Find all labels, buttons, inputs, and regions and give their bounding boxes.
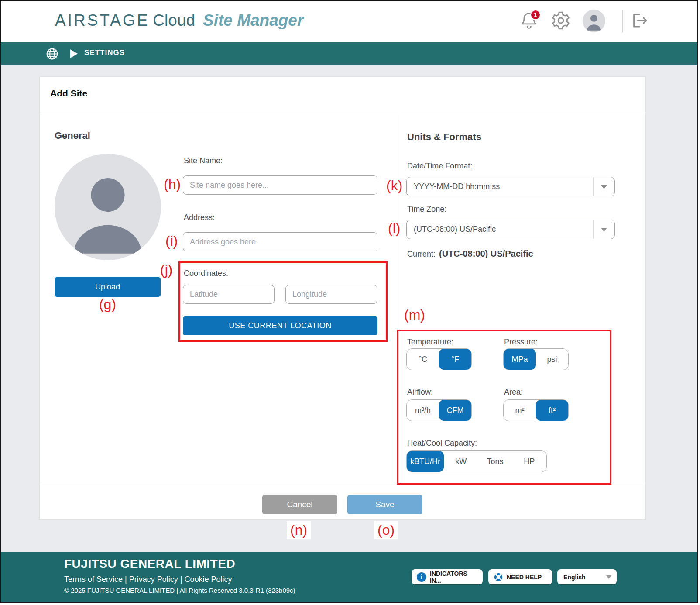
info-icon: i	[417, 572, 426, 582]
add-site-card: Add Site General Upload (g) Site Name: (…	[39, 76, 646, 520]
breadcrumb-bar: SETTINGS	[1, 42, 697, 65]
longitude-input[interactable]	[285, 285, 377, 304]
footer-copyright: © 2025 FUJITSU GENERAL LIMITED | All Rig…	[64, 587, 295, 594]
datetime-format-value: YYYY-MM-DD hh:mm:ss	[407, 177, 593, 196]
save-button[interactable]: Save	[347, 495, 422, 514]
header-divider	[622, 10, 623, 32]
user-avatar[interactable]	[583, 10, 605, 32]
toggle-option[interactable]: °F	[439, 349, 471, 370]
chevron-down-icon	[593, 177, 614, 196]
pressure-label: Pressure:	[504, 337, 538, 347]
annotation-i: (i)	[165, 233, 178, 249]
actions-divider	[40, 485, 645, 485]
logo-airstage: AIRSTAGE	[55, 11, 149, 29]
chevron-down-icon	[601, 572, 617, 581]
site-image-placeholder	[55, 154, 161, 260]
logout-button[interactable]	[628, 10, 650, 32]
globe-icon[interactable]	[45, 47, 59, 61]
settings-button[interactable]	[550, 10, 572, 32]
toggle-option[interactable]: HP	[512, 451, 546, 472]
annotation-j: (j)	[160, 262, 172, 278]
title-divider	[40, 112, 645, 112]
toggle-option[interactable]: m²	[504, 400, 536, 421]
breadcrumb-arrow-icon	[70, 49, 78, 58]
person-icon	[583, 26, 605, 32]
general-heading: General	[55, 130, 90, 141]
address-label: Address:	[184, 213, 215, 222]
chevron-down-icon	[593, 220, 614, 239]
toggle-option[interactable]: m³/h	[407, 400, 439, 421]
current-timezone-label: Current:	[407, 250, 436, 258]
coordinates-label: Coordinates:	[184, 269, 228, 278]
person-icon	[55, 254, 161, 260]
use-current-location-button[interactable]: USE CURRENT LOCATION	[183, 316, 377, 335]
page-title: Add Site	[50, 88, 87, 99]
timezone-value: (UTC-08:00) US/Pacific	[407, 220, 593, 239]
footer-link-separator: |	[123, 575, 129, 584]
need-help-label: NEED HELP	[507, 574, 542, 581]
toggle-option[interactable]: ft²	[536, 400, 568, 421]
pressure-toggle: MPapsi	[503, 348, 569, 370]
area-toggle: m²ft²	[503, 399, 569, 421]
annotation-g: (g)	[55, 296, 161, 313]
airflow-label: Airflow:	[407, 388, 433, 397]
units-formats-heading: Units & Formats	[407, 131, 481, 143]
app-window: AIRSTAGECloudSite Manager 1	[0, 0, 698, 603]
breadcrumb-settings[interactable]: SETTINGS	[84, 48, 125, 57]
logo-cloud: Cloud	[153, 11, 195, 29]
logo-site-manager: Site Manager	[203, 11, 303, 29]
footer-company: FUJITSU GENERAL LIMITED	[64, 557, 235, 571]
toggle-option[interactable]: °C	[407, 349, 439, 370]
indicators-info-button[interactable]: i INDICATORS IN...	[412, 569, 483, 584]
timezone-label: Time Zone:	[407, 205, 446, 214]
site-name-input[interactable]	[183, 175, 377, 195]
language-dropdown[interactable]: English	[557, 569, 617, 584]
indicators-label: INDICATORS IN...	[430, 570, 477, 584]
airflow-toggle: m³/hCFM	[406, 399, 472, 421]
toggle-option[interactable]: kW	[444, 451, 478, 472]
footer-link[interactable]: Privacy Policy	[129, 575, 178, 584]
current-timezone: Current:(UTC-08:00) US/Pacific	[407, 249, 533, 259]
gear-icon	[551, 10, 571, 32]
toggle-option[interactable]: kBTU/Hr	[407, 451, 444, 472]
timezone-dropdown[interactable]: (UTC-08:00) US/Pacific	[406, 220, 615, 239]
annotation-k: (k)	[386, 178, 402, 194]
heat-cool-capacity-toggle: kBTU/HrkWTonsHP	[406, 450, 547, 472]
need-help-button[interactable]: NEED HELP	[488, 569, 552, 584]
heat-cool-capacity-label: Heat/Cool Capacity:	[407, 439, 477, 448]
language-value: English	[557, 574, 601, 581]
temperature-toggle: °C°F	[406, 348, 472, 370]
help-lifesaver-icon	[494, 572, 503, 582]
temperature-label: Temperature:	[407, 337, 453, 347]
app-header: AIRSTAGECloudSite Manager 1	[1, 1, 697, 42]
app-logo: AIRSTAGECloudSite Manager	[55, 11, 303, 30]
app-footer: FUJITSU GENERAL LIMITED Terms of Service…	[1, 552, 697, 603]
toggle-option[interactable]: CFM	[439, 400, 471, 421]
toggle-option[interactable]: MPa	[504, 349, 536, 370]
logout-icon	[630, 11, 649, 31]
datetime-format-dropdown[interactable]: YYYY-MM-DD hh:mm:ss	[406, 177, 615, 196]
notification-badge: 1	[530, 10, 541, 20]
footer-link[interactable]: Cookie Policy	[184, 575, 232, 584]
cancel-button[interactable]: Cancel	[262, 495, 337, 514]
footer-links: Terms of Service | Privacy Policy | Cook…	[64, 575, 232, 584]
annotation-n: (n)	[287, 521, 311, 539]
toggle-option[interactable]: psi	[536, 349, 568, 370]
footer-link-separator: |	[178, 575, 185, 584]
toggle-option[interactable]: Tons	[478, 451, 512, 472]
current-timezone-value: (UTC-08:00) US/Pacific	[439, 249, 533, 258]
annotation-l: (l)	[388, 220, 400, 237]
area-label: Area:	[504, 388, 523, 397]
annotation-h: (h)	[164, 176, 181, 192]
annotation-o: (o)	[374, 521, 398, 539]
datetime-format-label: Date/Time Format:	[407, 162, 472, 171]
site-name-label: Site Name:	[184, 156, 223, 165]
address-input[interactable]	[183, 232, 377, 251]
upload-button[interactable]: Upload	[55, 277, 161, 297]
annotation-m: (m)	[404, 307, 425, 323]
footer-link[interactable]: Terms of Service	[64, 575, 123, 584]
latitude-input[interactable]	[183, 285, 275, 304]
